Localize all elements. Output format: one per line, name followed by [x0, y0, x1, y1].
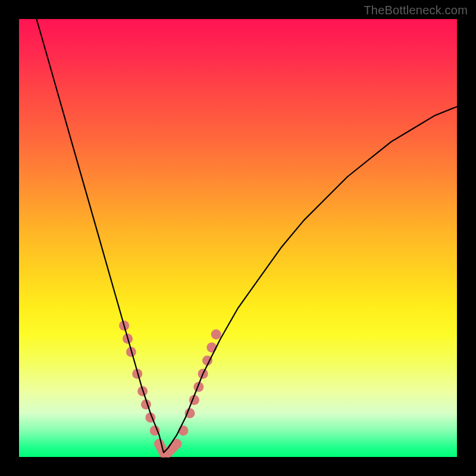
marker-group	[119, 321, 221, 458]
chart-frame: TheBottleneck.com	[0, 0, 476, 476]
plot-area	[19, 19, 457, 457]
bottleneck-curve	[36, 19, 457, 453]
curve-marker	[206, 343, 217, 353]
curve-layer	[19, 19, 457, 457]
watermark-text: TheBottleneck.com	[364, 4, 468, 17]
curve-marker	[211, 329, 221, 339]
curve-marker	[178, 425, 189, 436]
